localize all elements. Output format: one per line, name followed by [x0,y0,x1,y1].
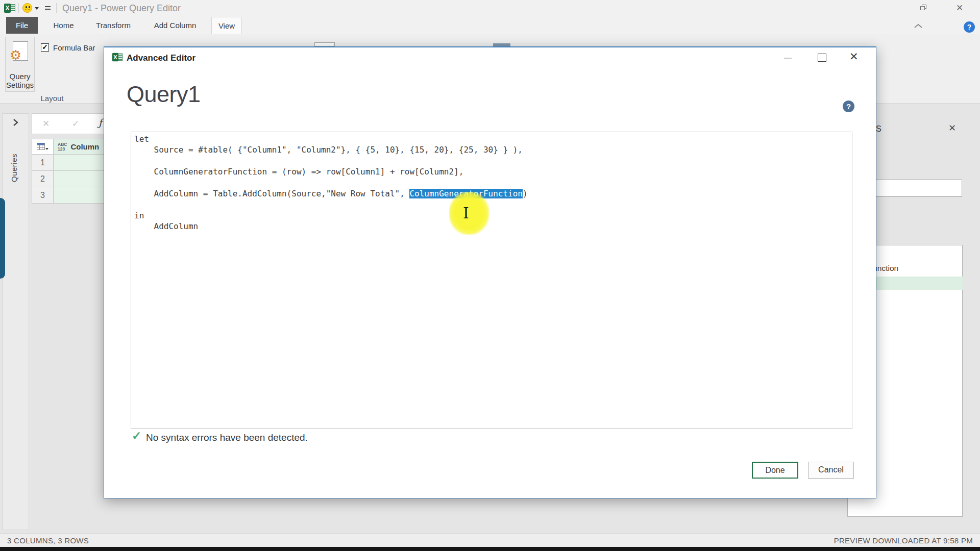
queries-pane-collapsed[interactable]: Queries [2,113,29,530]
advanced-editor-dialog: X Advanced Editor ✕ Query1 ? let Source … [104,46,876,498]
formula-fx-icon: ƒ [99,117,102,128]
dialog-title: Advanced Editor [127,53,195,63]
dialog-query-name: Query1 [127,81,201,108]
cancel-button[interactable]: Cancel [808,462,854,479]
code-line: Source = #table( {"Column1", "Column2"},… [134,144,850,155]
smiley-dropdown-icon[interactable] [35,7,39,10]
code-line: ColumnGeneratorFunction = (row) => row[C… [134,166,850,177]
table-icon [37,143,49,152]
code-line [134,178,850,188]
syntax-status-message: No syntax errors have been detected. [146,432,308,443]
settings-panel-close-icon[interactable]: ✕ [948,122,956,134]
row-number[interactable]: 1 [32,155,54,171]
status-columns-rows: 3 COLUMNS, 3 ROWS [7,536,89,545]
dialog-minimize-button[interactable] [784,58,792,59]
formula-bar-checkbox[interactable]: ✓ [41,43,49,52]
code-line [134,199,850,210]
query-settings-label-2: Settings [6,81,34,89]
flyout-edge-tab[interactable] [0,198,5,279]
tab-transform[interactable]: Transform [93,17,133,34]
title-bar: X Query1 - Power Query Editor ✕ [0,0,980,17]
divider [18,3,19,13]
tab-add-column[interactable]: Add Column [152,17,199,34]
column-header-label: Column [70,142,99,151]
table-select-all-button[interactable] [32,139,54,155]
code-line-with-selection: AddColumn = Table.AddColumn(Source,"New … [134,188,850,199]
status-preview-time: PREVIEW DOWNLOADED AT 9:58 PM [834,536,973,545]
formula-accept-icon[interactable]: ✓ [72,118,79,129]
row-number[interactable]: 2 [32,171,54,187]
syntax-ok-check-icon: ✓ [132,429,141,443]
code-line [134,156,850,166]
divider [56,3,57,13]
help-icon[interactable]: ? [964,21,975,33]
ribbon-fragment [314,42,335,46]
query-settings-button[interactable]: ⚙ Query Settings [5,37,35,92]
dialog-maximize-button[interactable] [818,54,826,62]
formula-cancel-icon[interactable]: ✕ [42,118,50,129]
tab-view[interactable]: View [211,17,242,34]
restore-window-button[interactable] [920,5,927,11]
settings-panel-heading-fragment: S [876,124,882,134]
code-line: AddColumn [134,221,850,232]
tab-file[interactable]: File [6,17,38,34]
bottom-edge [0,547,980,551]
expand-pane-icon[interactable] [12,118,20,127]
collapse-ribbon-icon[interactable] [913,23,923,29]
dialog-help-icon[interactable]: ? [843,101,854,112]
code-editor[interactable]: let Source = #table( {"Column1", "Column… [131,132,852,429]
dialog-close-button[interactable]: ✕ [849,51,859,63]
selected-text: ColumnGeneratorFunction [409,189,523,198]
status-bar: 3 COLUMNS, 3 ROWS PREVIEW DOWNLOADED AT … [0,533,980,547]
code-line: let [134,134,850,144]
customize-toolbar-icon[interactable] [45,6,51,11]
formula-bar-label: Formula Bar [53,43,95,52]
done-button[interactable]: Done [752,462,798,479]
tab-home[interactable]: Home [50,17,78,34]
excel-dialog-icon: X [112,53,124,62]
layout-group-label: Layout [31,94,74,103]
close-window-button[interactable]: ✕ [956,3,963,13]
excel-app-icon: X [4,3,16,13]
query-settings-label-1: Query [6,72,34,81]
data-type-icon: ABC 123 [58,142,67,151]
code-line: in [134,210,850,221]
row-number[interactable]: 3 [32,187,54,204]
ribbon-tab-strip: File Home Transform Add Column View ? [0,17,980,34]
window-title: Query1 - Power Query Editor [62,3,181,14]
queries-pane-label: Queries [10,154,18,182]
gear-icon: ⚙ [10,48,21,62]
feedback-smiley-button[interactable] [22,3,32,13]
